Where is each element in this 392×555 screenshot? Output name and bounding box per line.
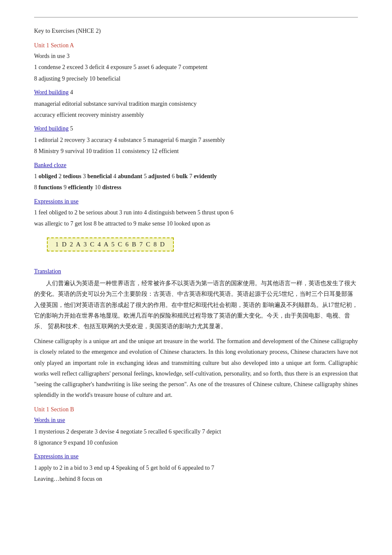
banked-cloze-row2: 8 functions 9 efficiently 10 distress xyxy=(34,183,358,192)
expressions-in-use-2: Expressions in use 1 apply to 2 in a bid… xyxy=(34,452,358,484)
expressions-in-use-2-link[interactable]: Expressions in use xyxy=(34,453,78,460)
word-building-5-row2: 8 Ministry 9 survival 10 tradition 11 co… xyxy=(34,147,358,156)
word-building-4-link[interactable]: Word building xyxy=(34,89,69,95)
expressions-in-use-1-row1: 1 feel obliged to 2 be serious about 3 r… xyxy=(34,208,358,217)
banked-cloze-label: Banked cloze xyxy=(34,161,358,170)
translation-section: Translation 人们普遍认为英语是一种世界语言，经常被许多不以英语为第一… xyxy=(34,267,358,400)
highlight-section: 1 D 2 A 3 C 4 A 5 C 6 B 7 C 8 D xyxy=(34,233,358,258)
word-building-5-link[interactable]: Word building xyxy=(34,125,69,132)
word-building-4-row1: managerial editorial substance survival … xyxy=(34,99,358,109)
top-divider xyxy=(34,17,358,17)
word-building-5-label: Word building 5 xyxy=(34,124,358,133)
expressions-in-use-1-link[interactable]: Expressions in use xyxy=(34,198,78,205)
word-building-4-row2: accuracy efficient recovery ministry ass… xyxy=(34,110,358,120)
english-paragraph: Chinese calligraphy is a unique art and … xyxy=(34,336,358,400)
word-building-5-number: 5 xyxy=(70,125,73,132)
banked-cloze-row1: 1 obliged 2 tedious 3 beneficial 4 abund… xyxy=(34,172,358,181)
words-in-use-3: Words in use 3 1 condense 2 exceed 3 def… xyxy=(34,52,358,84)
word-building-5-row1: 1 editorial 2 recovery 3 accuracy 4 subs… xyxy=(34,136,358,145)
words-in-use-3-row2: 8 adjusting 9 precisely 10 beneficial xyxy=(34,74,358,84)
words-in-use-b-link[interactable]: Words in use xyxy=(34,417,65,423)
highlight-box: 1 D 2 A 3 C 4 A 5 C 6 B 7 C 8 D xyxy=(47,237,174,251)
banked-cloze-link[interactable]: Banked cloze xyxy=(34,162,66,168)
words-in-use-b-row1: 1 mysterious 2 desperate 3 devise 4 nego… xyxy=(34,427,358,436)
words-in-use-3-label: Words in use 3 xyxy=(34,52,358,61)
chinese-paragraph: 人们普遍认为英语是一种世界语言，经常被许多不以英语为第一语言的国家使用。与其他语… xyxy=(34,278,358,332)
word-building-4: Word building 4 managerial editorial sub… xyxy=(34,88,358,120)
unit1-section-b-heading: Unit 1 Section B xyxy=(34,406,358,413)
words-in-use-b-row2: 8 ignorance 9 expand 10 confusion xyxy=(34,438,358,448)
word-building-5: Word building 5 1 editorial 2 recovery 3… xyxy=(34,124,358,156)
word-building-4-label: Word building 4 xyxy=(34,88,358,97)
expressions-in-use-2-row1: 1 apply to 2 in a bid to 3 end up 4 Spea… xyxy=(34,463,358,473)
words-in-use-3-row1: 1 condense 2 exceed 3 deficit 4 exposure… xyxy=(34,63,358,72)
expressions-in-use-1-label: Expressions in use xyxy=(34,197,358,206)
word-building-4-number: 4 xyxy=(70,89,73,95)
expressions-in-use-1-row2: was allergic to 7 get lost 8 be attracte… xyxy=(34,219,358,228)
banked-cloze: Banked cloze 1 obliged 2 tedious 3 benef… xyxy=(34,161,358,193)
translation-link[interactable]: Translation xyxy=(34,268,61,275)
page-title: Key to Exercises (NHCE 2) xyxy=(34,28,358,35)
expressions-in-use-2-row2: Leaving…behind 8 focus on xyxy=(34,474,358,484)
unit1-section-a-heading: Unit 1 Section A xyxy=(34,42,358,49)
expressions-in-use-1: Expressions in use 1 feel obliged to 2 b… xyxy=(34,197,358,229)
translation-label: Translation xyxy=(34,267,358,276)
expressions-in-use-2-label: Expressions in use xyxy=(34,452,358,461)
words-in-use-b: Words in use 1 mysterious 2 desperate 3 … xyxy=(34,416,358,448)
words-in-use-b-label: Words in use xyxy=(34,416,358,425)
